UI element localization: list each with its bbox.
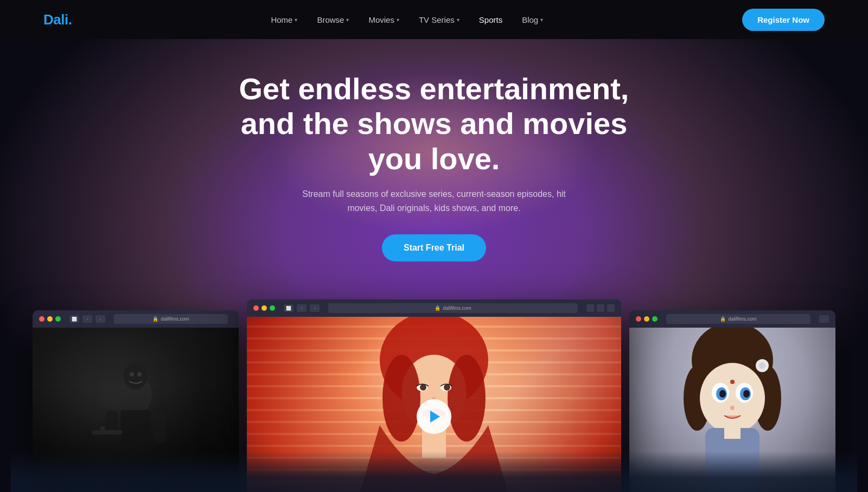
hero-section: Get endless entertainment, and the shows… (0, 39, 868, 492)
browser-bar-right: 🔒 dalifilms.com (629, 310, 835, 328)
nav-link-tvseries[interactable]: TV Series ▾ (419, 15, 459, 24)
nav-item-tvseries[interactable]: TV Series ▾ (419, 15, 459, 24)
browser-action-btn[interactable] (597, 304, 604, 312)
register-now-button[interactable]: Register Now (742, 9, 825, 31)
browser-dots-right (636, 316, 658, 322)
browser-action-btn[interactable] (586, 304, 594, 312)
bottom-gradient-overlay (11, 451, 857, 492)
browser-action-btn[interactable] (607, 304, 615, 312)
logo[interactable]: Dali. (43, 11, 72, 28)
logo-dot: . (68, 11, 72, 28)
browser-controls-left: ⬜ ‹ › (69, 315, 105, 323)
svg-point-24 (700, 363, 765, 433)
svg-point-31 (730, 380, 735, 384)
chevron-down-icon: ▾ (540, 17, 543, 23)
browser-controls-center: ⬜ ‹ › (284, 304, 320, 312)
browser-url-left[interactable]: 🔒 dalifilms.com (114, 314, 228, 324)
nav-item-movies[interactable]: Movies ▾ (368, 15, 399, 24)
browser-forward-btn[interactable]: › (310, 304, 320, 312)
dot-yellow (644, 316, 649, 322)
play-button[interactable] (417, 399, 451, 434)
svg-point-23 (759, 362, 765, 369)
hero-title: Get endless entertainment, and the shows… (239, 72, 629, 176)
browser-bar-center: ⬜ ‹ › 🔒 dalifilms.com (247, 299, 621, 317)
browser-ctrl-btn: ⬜ (69, 315, 79, 323)
dot-yellow (261, 305, 267, 311)
svg-point-32 (730, 406, 735, 410)
nav-links: Home ▾ Browse ▾ Movies ▾ TV Series ▾ Spo (271, 15, 543, 24)
browser-back-btn[interactable]: ‹ (82, 315, 92, 323)
nav-item-home[interactable]: Home ▾ (271, 15, 297, 24)
hero-subtitle: Stream full seasons of exclusive series,… (293, 187, 575, 215)
dot-green (55, 316, 61, 322)
chevron-down-icon: ▾ (295, 17, 297, 23)
nav-item-blog[interactable]: Blog ▾ (522, 15, 543, 24)
nav-link-home[interactable]: Home ▾ (271, 15, 297, 24)
browser-ctrl-btn: ⬜ (284, 304, 293, 312)
browser-bar-left: ⬜ ‹ › 🔒 dalifilms.com (33, 310, 239, 328)
navbar: Dali. Home ▾ Browse ▾ Movies ▾ TV Series… (0, 0, 868, 39)
dot-red (253, 305, 259, 311)
nav-item-browse[interactable]: Browse ▾ (317, 15, 349, 24)
nav-link-movies[interactable]: Movies ▾ (368, 15, 399, 24)
dot-green (652, 316, 658, 322)
browser-dots-left (39, 316, 61, 322)
browser-back-btn[interactable]: ‹ (297, 304, 307, 312)
browser-actions (586, 304, 615, 312)
dot-yellow (47, 316, 53, 322)
chevron-down-icon: ▾ (457, 17, 459, 23)
nav-link-sports[interactable]: Sports (479, 15, 502, 24)
svg-point-11 (382, 355, 420, 442)
svg-rect-34 (724, 428, 741, 439)
browser-url-center[interactable]: 🔒 dalifilms.com (328, 303, 578, 313)
hero-content: Get endless entertainment, and the shows… (11, 72, 857, 261)
svg-point-30 (743, 390, 750, 398)
nav-item-sports[interactable]: Sports (479, 15, 502, 24)
chevron-down-icon: ▾ (346, 17, 349, 23)
dot-green (270, 305, 275, 311)
nav-link-blog[interactable]: Blog ▾ (522, 15, 543, 24)
svg-point-29 (719, 390, 726, 398)
play-icon (430, 411, 440, 423)
browser-url-right[interactable]: 🔒 dalifilms.com (666, 314, 810, 324)
dot-red (636, 316, 641, 322)
browser-forward-btn[interactable]: › (95, 315, 105, 323)
browser-reload-btn[interactable] (819, 315, 829, 323)
chevron-down-icon: ▾ (397, 17, 399, 23)
start-free-trial-button[interactable]: Start Free Trial (382, 234, 486, 261)
mockups-container: ⬜ ‹ › 🔒 dalifilms.com (11, 289, 857, 492)
nav-link-browse[interactable]: Browse ▾ (317, 15, 349, 24)
logo-text: Dali (43, 11, 68, 28)
browser-dots-center (253, 305, 275, 311)
svg-point-12 (448, 355, 486, 442)
dot-red (39, 316, 44, 322)
